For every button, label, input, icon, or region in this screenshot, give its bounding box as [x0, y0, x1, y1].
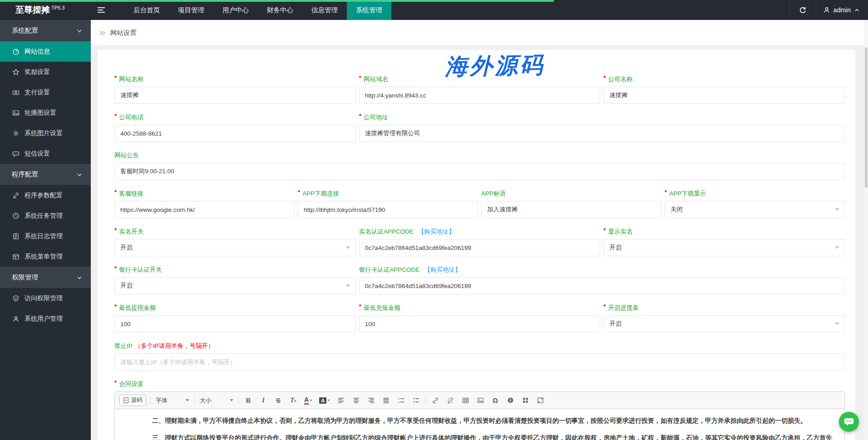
scrollbar-thumb[interactable] — [865, 47, 868, 188]
site-domain-input[interactable] — [359, 87, 601, 104]
sidebar-item-label: 访问权限管理 — [25, 294, 63, 303]
realname-show-select[interactable]: 开启 — [603, 239, 845, 256]
chat-button[interactable] — [839, 412, 859, 432]
size-combo[interactable]: 大小 — [199, 396, 234, 405]
window-icon — [12, 253, 20, 260]
nav-item-finance[interactable]: 财务中心 — [258, 0, 302, 20]
unlink-icon[interactable] — [445, 395, 456, 406]
nav-item-users[interactable]: 用户中心 — [213, 0, 258, 20]
field-site-domain: *网站域名 — [359, 75, 601, 104]
required-asterisk: * — [359, 303, 361, 310]
refresh-button[interactable] — [789, 0, 816, 20]
sidebar-item-menu-manage[interactable]: 系统菜单管理 — [0, 246, 91, 267]
editor-content[interactable]: 二、理财期未满，甲方不得擅自终止本协议，否则，乙方将取消为甲方的理财服务，甲方不… — [115, 409, 844, 440]
bulleted-list-icon[interactable] — [410, 395, 421, 406]
field-label: 银行卡认证APPCODE — [359, 266, 420, 274]
user-menu[interactable]: admin — [816, 0, 868, 20]
editor-toolbar: 源码 字体 大小 B I S Tx A A — [115, 392, 844, 409]
blocks-icon[interactable] — [520, 395, 531, 406]
field-min-recharge: *最低充值金额 — [359, 303, 601, 332]
image-icon[interactable] — [475, 395, 486, 406]
app-logo-text: 至尊摆摊 — [15, 5, 50, 15]
required-asterisk: * — [603, 303, 606, 310]
bankcard-switch-select[interactable]: 开启 — [114, 277, 356, 294]
sidebar-item-carousel-settings[interactable]: 轮播图设置 — [0, 103, 91, 123]
required-asterisk: * — [114, 112, 117, 119]
company-phone-input[interactable] — [114, 125, 356, 142]
field-site-notice: 网站公告 — [114, 151, 845, 180]
site-notice-input[interactable] — [114, 163, 845, 180]
bankcard-appcode-input[interactable] — [359, 277, 845, 294]
sidebar-item-access-permission[interactable]: 访问权限管理 — [0, 288, 91, 308]
nav-item-information[interactable]: 信息管理 — [302, 0, 347, 20]
buy-address-link[interactable]: 【购买地址】 — [424, 266, 461, 274]
field-realname-switch: *实名开关 开启 — [114, 227, 356, 256]
sidebar-item-program-params[interactable]: 程序参数配置 — [0, 185, 91, 205]
about-icon[interactable] — [505, 395, 516, 406]
field-label: 实名开关 — [119, 228, 143, 236]
service-link-input[interactable] — [114, 201, 295, 218]
star-icon — [12, 68, 20, 76]
maximize-icon[interactable] — [535, 395, 546, 406]
chevron-down-icon — [76, 28, 83, 34]
bg-color-button[interactable]: A — [318, 395, 331, 406]
special-char-icon[interactable]: Ω — [490, 395, 501, 406]
field-realname-show: *显示实名 开启 — [603, 227, 845, 256]
remove-format-icon[interactable]: Tx — [288, 395, 299, 406]
link-icon[interactable] — [430, 395, 441, 406]
chevron-down-icon — [310, 400, 312, 401]
app-slogan-input[interactable] — [481, 201, 661, 218]
company-address-input[interactable] — [359, 125, 845, 142]
sidebar-group-permission[interactable]: 权限管理 — [0, 267, 91, 288]
sidebar-item-system-images[interactable]: 系统图片设置 — [0, 123, 91, 143]
shield-check-icon — [12, 295, 20, 302]
forbidden-ip-input[interactable] — [114, 353, 845, 371]
source-button[interactable]: 源码 — [119, 395, 146, 406]
italic-icon[interactable]: I — [258, 395, 269, 406]
required-asterisk: * — [603, 74, 606, 81]
chevron-down-icon — [76, 274, 83, 281]
sidebar-item-site-info[interactable]: 网站信息 — [0, 41, 91, 62]
company-name-input[interactable] — [603, 87, 845, 104]
align-left-icon[interactable] — [335, 395, 346, 406]
text-color-button[interactable]: A — [303, 395, 314, 406]
app-logo: 至尊摆摊TP5.3 — [0, 4, 91, 16]
buy-address-link[interactable]: 【购买地址】 — [418, 228, 455, 236]
field-company-name: *公司名称 — [603, 75, 845, 104]
sidebar-group-system-config[interactable]: 系统配置 — [0, 20, 91, 41]
svg-text:1: 1 — [398, 397, 400, 400]
site-name-input[interactable] — [114, 87, 356, 104]
numbered-list-icon[interactable]: 12 — [395, 395, 406, 406]
sidebar-item-system-users[interactable]: 系统用户管理 — [0, 308, 91, 329]
progress-bar-select[interactable]: 开启 — [603, 315, 845, 332]
nav-item-projects[interactable]: 项目管理 — [169, 0, 213, 20]
sidebar-item-label: 支付设置 — [25, 88, 50, 97]
sidebar-item-task-manage[interactable]: 系统任务管理 — [0, 205, 91, 226]
realname-switch-select[interactable]: 开启 — [114, 239, 356, 256]
sidebar-item-sms-settings[interactable]: 短信设置 — [0, 143, 91, 164]
sidebar-item-payment-settings[interactable]: 支付设置 — [0, 82, 91, 103]
bold-icon[interactable]: B — [243, 395, 254, 406]
hamburger-icon[interactable] — [91, 0, 112, 20]
align-center-icon[interactable] — [350, 395, 361, 406]
min-withdraw-input[interactable] — [114, 315, 356, 332]
sidebar-item-reward-settings[interactable]: 奖励设置 — [0, 62, 91, 82]
align-justify-icon[interactable] — [380, 395, 391, 406]
sidebar-item-log-manage[interactable]: 系统日志管理 — [0, 226, 91, 246]
nav-item-dashboard[interactable]: 后台首页 — [124, 0, 169, 20]
table-icon[interactable] — [460, 395, 471, 406]
source-label: 源码 — [131, 396, 143, 404]
font-combo[interactable]: 字体 — [155, 396, 190, 405]
realname-appcode-input[interactable] — [359, 239, 601, 256]
sidebar-group-program-config[interactable]: 程序配置 — [0, 164, 91, 185]
align-right-icon[interactable] — [365, 395, 376, 406]
app-download-link-input[interactable] — [298, 201, 478, 218]
app-download-show-select[interactable]: 关闭 — [665, 201, 845, 218]
min-recharge-input[interactable] — [359, 315, 601, 332]
sidebar-group-label: 权限管理 — [12, 273, 38, 282]
field-company-address: *公司地址 — [359, 113, 845, 142]
dashboard-icon — [12, 48, 20, 55]
sidebar-item-label: 奖励设置 — [25, 68, 50, 76]
strikethrough-icon[interactable]: S — [273, 395, 284, 406]
nav-item-system[interactable]: 系统管理 — [347, 0, 391, 20]
